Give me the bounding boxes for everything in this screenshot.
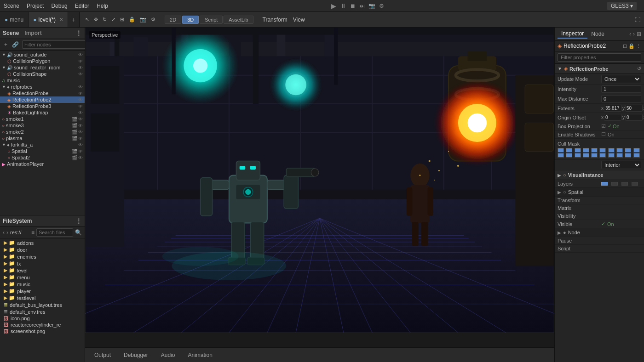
- fs-search-input[interactable]: [36, 228, 73, 237]
- tool-move[interactable]: ✥: [92, 16, 100, 23]
- layer-cell-4[interactable]: [583, 148, 589, 153]
- fs-item-addons[interactable]: ▶ 📁 addons: [0, 239, 85, 246]
- scene-add-button[interactable]: +: [3, 41, 9, 48]
- tree-item-smoke1[interactable]: ○ smoke1 🎬 👁: [0, 116, 85, 122]
- pause-button[interactable]: ⏸: [340, 2, 346, 10]
- stop-button[interactable]: ⏹: [350, 3, 356, 9]
- insp-section-node[interactable]: ▶ ● Node: [555, 228, 644, 237]
- tree-item-sound-outside[interactable]: ▼ 🔊 sound_outside 👁: [0, 51, 85, 58]
- fs-item-testlevel[interactable]: ▶ 📁 testlevel: [0, 294, 85, 301]
- layer-cell-7[interactable]: [608, 148, 615, 153]
- tab-audio[interactable]: Audio: [155, 351, 181, 360]
- menu-scene[interactable]: Scene: [4, 3, 19, 9]
- visibility-icon[interactable]: 👁: [78, 117, 83, 122]
- layer-cell-2[interactable]: [566, 148, 572, 153]
- gles-badge[interactable]: GLES3 ▾: [607, 2, 637, 10]
- tool-select[interactable]: ↖: [83, 16, 91, 23]
- tool-rotate[interactable]: ↻: [101, 16, 109, 23]
- tool-local[interactable]: ⊞: [118, 16, 126, 23]
- fs-item-fx[interactable]: ▶ 📁 fx: [0, 260, 85, 267]
- transform-button[interactable]: Transform: [263, 17, 288, 23]
- tool-snap[interactable]: 🔒: [127, 16, 137, 23]
- visibility-icon[interactable]: 👁: [78, 59, 83, 64]
- fs-item-player[interactable]: ▶ 📁 player: [0, 288, 85, 294]
- step-button[interactable]: ⏭: [359, 3, 365, 9]
- layer-cell-18[interactable]: [616, 153, 623, 158]
- tab-animation[interactable]: Animation: [182, 351, 218, 360]
- checkbox-icon[interactable]: ☑: [601, 123, 606, 129]
- settings-button[interactable]: ⚙: [379, 3, 384, 9]
- visibility-icon[interactable]: 👁: [78, 136, 83, 141]
- insp-filter-input[interactable]: [558, 53, 641, 62]
- fs-more-button[interactable]: ⋮: [75, 217, 82, 225]
- visibility-icon[interactable]: 👁: [78, 130, 83, 135]
- tab-node[interactable]: Node: [587, 30, 608, 38]
- tree-item-smoke3[interactable]: ○ smoke3 🎬 👁: [0, 122, 85, 129]
- tab-output[interactable]: Output: [89, 351, 116, 360]
- layer-cell-17[interactable]: [608, 153, 615, 158]
- fs-item-door[interactable]: ▶ 📁 door: [0, 246, 85, 253]
- mode-2d-button[interactable]: 2D: [165, 16, 181, 24]
- insp-expand-button[interactable]: ⊡: [623, 43, 627, 49]
- film-icon[interactable]: 🎬: [72, 123, 77, 128]
- fs-item-music[interactable]: ▶ 📁 music: [0, 281, 85, 288]
- tree-item-reflectionprobe3[interactable]: ◈ ReflectionProbe3 👁: [0, 103, 85, 109]
- layer-cell-8[interactable]: [616, 148, 623, 153]
- update-mode-select[interactable]: Once Always: [601, 75, 641, 83]
- visibility-icon[interactable]: 👁: [78, 52, 83, 57]
- visibility-icon[interactable]: 👁: [78, 104, 83, 109]
- tree-item-refprobes[interactable]: ▼ ● refprobes 👁: [0, 84, 85, 90]
- visibility-icon[interactable]: 👁: [78, 123, 83, 128]
- fs-item-menu[interactable]: ▶ 📁 menu: [0, 274, 85, 281]
- refresh-icon[interactable]: ↺: [637, 66, 641, 72]
- visibility-icon[interactable]: 👁: [78, 97, 83, 102]
- fs-item-reactor[interactable]: 🖼 reactorcorecylinder_re: [0, 322, 85, 328]
- max-distance-input[interactable]: [601, 95, 641, 102]
- tree-item-collision-polygon[interactable]: ⬡ CollisionPolygon 👁: [0, 58, 85, 64]
- layer-cell-12[interactable]: [566, 153, 572, 158]
- tree-item-plasma[interactable]: ○ plasma 🎬 👁: [0, 135, 85, 141]
- visibility-icon[interactable]: 👁: [78, 91, 83, 96]
- fs-item-default-env[interactable]: ≣ default_env.tres: [0, 308, 85, 315]
- insp-more-button[interactable]: ⋮: [636, 43, 641, 49]
- visibility-icon[interactable]: 👁: [78, 142, 83, 147]
- fs-back-button[interactable]: ‹: [3, 229, 5, 236]
- film-icon[interactable]: 🎬: [72, 149, 77, 154]
- layer-cell-6[interactable]: [599, 148, 606, 153]
- fs-item-enemies[interactable]: ▶ 📁 enemies: [0, 253, 85, 260]
- fs-item-default-bus[interactable]: ≣ default_bus_layout.tres: [0, 301, 85, 308]
- tree-item-spatial2[interactable]: ○ Spatial2 🎬 👁: [0, 154, 85, 161]
- layer-cell-5[interactable]: [591, 148, 598, 153]
- tree-item-animationplayer[interactable]: ▶ AnimationPlayer: [0, 161, 85, 167]
- film-icon[interactable]: 🎬: [72, 117, 77, 122]
- tree-item-music[interactable]: ♫ music: [0, 77, 85, 84]
- fs-search-button[interactable]: 🔍: [75, 229, 82, 236]
- tree-item-sound-reactor[interactable]: ▼ 🔊 sound_reactor_room 👁: [0, 64, 85, 71]
- layer-cell-19[interactable]: [625, 153, 631, 158]
- insp-section-spatial[interactable]: ▶ ○ Spatial: [555, 188, 644, 197]
- visibility-icon[interactable]: 👁: [78, 110, 83, 115]
- visibility-icon[interactable]: 👁: [78, 155, 83, 160]
- extents-y-input[interactable]: [625, 105, 643, 112]
- insp-history-button[interactable]: ⊞: [637, 31, 641, 37]
- origin-y-input[interactable]: [625, 114, 643, 121]
- menu-project[interactable]: Project: [27, 3, 44, 9]
- origin-x-input[interactable]: [604, 114, 621, 121]
- layer-cell-10[interactable]: [633, 148, 640, 153]
- insp-next-button[interactable]: ›: [633, 31, 635, 37]
- view-button[interactable]: View: [293, 17, 305, 23]
- tree-item-smoke2[interactable]: ○ smoke2 🎬 👁: [0, 129, 85, 135]
- tab-add-button[interactable]: +: [68, 16, 79, 23]
- film-icon[interactable]: 🎬: [72, 130, 77, 135]
- tree-item-reflectionprobe2[interactable]: ◈ ReflectionProbe2 👁: [0, 96, 85, 103]
- tool-settings[interactable]: ⚙: [149, 16, 157, 23]
- mode-assetlib-button[interactable]: AssetLib: [224, 16, 253, 24]
- layer-cell-3[interactable]: [575, 148, 581, 153]
- layer-cell-15[interactable]: [591, 153, 598, 158]
- menu-debug[interactable]: Debug: [51, 3, 67, 9]
- layer-cell-9[interactable]: [625, 148, 631, 153]
- tab-menu[interactable]: ● menu: [0, 12, 29, 27]
- fullscreen-button[interactable]: ⛶: [635, 17, 640, 23]
- tab-debugger[interactable]: Debugger: [118, 351, 154, 360]
- extents-x-input[interactable]: [604, 105, 621, 112]
